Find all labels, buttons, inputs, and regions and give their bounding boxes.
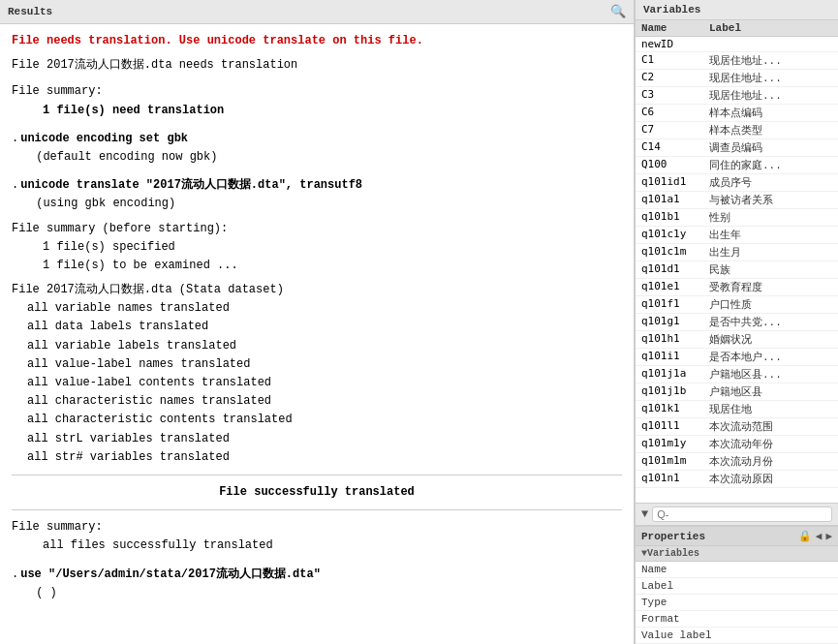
variable-row[interactable]: C14调查员编码	[636, 139, 838, 157]
variable-name: C7	[641, 123, 709, 138]
variable-row[interactable]: q101g1是否中共党...	[636, 314, 838, 331]
translated-line: all str# variables translated	[27, 448, 622, 467]
properties-section: Properties 🔒 ◀ ▶ ▼Variables NameLabelTyp…	[636, 526, 838, 644]
variables-list[interactable]: newIDC1现居住地址...C2现居住地址...C3现居住地址...C6样本点…	[636, 37, 838, 503]
variable-label: 受教育程度	[709, 280, 832, 294]
error-line: File needs translation. Use unicode tran…	[12, 32, 622, 50]
variable-label: 出生年	[709, 228, 832, 242]
variable-label: 样本点类型	[709, 123, 832, 138]
success-block: File successfully translated	[12, 483, 622, 502]
properties-rows: NameLabelTypeFormatValue label	[636, 562, 838, 644]
variable-name: q101i1	[641, 350, 709, 364]
lock-icon[interactable]: 🔒	[798, 530, 812, 542]
variable-label: 本次流动原因	[709, 472, 832, 486]
variable-row[interactable]: q101j1b户籍地区县	[636, 383, 838, 401]
variable-name: q101g1	[641, 315, 709, 329]
results-header: Results 🔍	[0, 0, 634, 24]
cmd-use: . use "/Users/admin/stata/2017流动人口数据.dta…	[12, 566, 622, 602]
results-title: Results	[8, 6, 52, 17]
properties-header: Properties 🔒 ◀ ▶	[636, 527, 838, 546]
filter-icon: ▼	[641, 507, 648, 521]
variable-name: C1	[641, 53, 709, 68]
variable-label: 调查员编码	[709, 140, 832, 155]
variable-label: 本次流动范围	[709, 419, 832, 434]
cmd-dot-2: .	[12, 176, 18, 195]
variable-row[interactable]: Q100同住的家庭...	[636, 157, 838, 174]
variable-label: 民族	[709, 262, 832, 277]
property-row: Format	[636, 611, 838, 628]
variable-row[interactable]: q101n1本次流动原因	[636, 471, 838, 488]
variable-row[interactable]: C1现居住地址...	[636, 52, 838, 70]
cmd-unicode-encoding: . unicode encoding set gbk (default enco…	[12, 130, 622, 167]
variable-name: q101m1m	[641, 454, 709, 469]
variable-label: 是否中共党...	[709, 315, 832, 329]
translated-line: all value-label contents translated	[27, 374, 622, 392]
property-name: Name	[641, 564, 719, 575]
variables-columns: Name Label	[636, 20, 838, 37]
file-summary-after: File summary: all files successfully tra…	[12, 518, 622, 555]
search-icon[interactable]: 🔍	[610, 4, 626, 19]
variable-name: C2	[641, 71, 709, 85]
variable-row[interactable]: q101d1民族	[636, 261, 838, 279]
variable-row[interactable]: q101c1y出生年	[636, 227, 838, 244]
arrow-right-icon[interactable]: ▶	[825, 530, 832, 542]
variable-label: 与被访者关系	[709, 193, 832, 207]
variable-name: C6	[641, 106, 709, 120]
variable-row[interactable]: q101k1现居住地	[636, 401, 838, 418]
variables-search-input[interactable]	[652, 506, 832, 522]
variable-row[interactable]: q101a1与被访者关系	[636, 192, 838, 209]
variable-name: q101m1y	[641, 437, 709, 451]
variable-row[interactable]: newID	[636, 37, 838, 52]
variables-search-bar: ▼	[636, 503, 838, 526]
variable-name: q101k1	[641, 402, 709, 416]
variable-row[interactable]: C7样本点类型	[636, 122, 838, 139]
variable-label: 现居住地址...	[709, 88, 832, 103]
variable-label: 成员序号	[709, 175, 832, 190]
variable-label: 现居住地	[709, 402, 832, 416]
variable-row[interactable]: C6样本点编码	[636, 105, 838, 122]
variable-row[interactable]: q101j1a户籍地区县...	[636, 366, 838, 383]
variable-row[interactable]: q101h1婚姻状况	[636, 331, 838, 349]
property-value	[719, 629, 832, 641]
variable-label: 是否本地户...	[709, 350, 832, 364]
variable-name: newID	[641, 38, 709, 50]
variable-label: 本次流动年份	[709, 437, 832, 451]
results-panel: Results 🔍 File needs translation. Use un…	[0, 0, 635, 644]
property-row: Type	[636, 595, 838, 611]
arrow-left-icon[interactable]: ◀	[816, 530, 822, 542]
variable-row[interactable]: q101i1是否本地户...	[636, 349, 838, 366]
cmd-dot-3: .	[12, 566, 18, 584]
variable-row[interactable]: q101m1m本次流动月份	[636, 453, 838, 471]
variable-row[interactable]: q101c1m出生月	[636, 244, 838, 261]
property-row: Name	[636, 562, 838, 578]
property-value	[719, 580, 832, 592]
variable-name: q101c1m	[641, 245, 709, 260]
separator-1	[12, 475, 622, 475]
variable-label	[709, 38, 832, 50]
variable-label: 户籍地区县	[709, 384, 832, 399]
file-summary-before: File summary (before starting): 1 file(s…	[12, 220, 622, 276]
variable-row[interactable]: C2现居住地址...	[636, 70, 838, 87]
variable-row[interactable]: q101m1y本次流动年份	[636, 436, 838, 453]
variable-name: q101d1	[641, 262, 709, 277]
variable-row[interactable]: q101b1性别	[636, 209, 838, 227]
translated-lines: all variable names translatedall data la…	[27, 299, 622, 467]
variable-row[interactable]: q101l1本次流动范围	[636, 418, 838, 436]
variable-row[interactable]: q101f1户口性质	[636, 296, 838, 314]
property-name: Value label	[641, 629, 719, 641]
variable-row[interactable]: C3现居住地址...	[636, 87, 838, 105]
cmd-dot-1: .	[12, 130, 18, 148]
translated-line: all data labels translated	[27, 318, 622, 336]
variable-label: 本次流动月份	[709, 454, 832, 469]
properties-icons: 🔒 ◀ ▶	[798, 530, 832, 542]
variable-label: 户口性质	[709, 297, 832, 312]
variable-label: 样本点编码	[709, 106, 832, 120]
variable-row[interactable]: q101id1成员序号	[636, 174, 838, 192]
variable-row[interactable]: q101e1受教育程度	[636, 279, 838, 296]
variable-name: q101a1	[641, 193, 709, 207]
variable-name: q101id1	[641, 175, 709, 190]
translated-line: all variable labels translated	[27, 337, 622, 355]
variable-name: q101h1	[641, 332, 709, 347]
properties-group-label: ▼Variables	[636, 546, 838, 562]
variable-name: C14	[641, 140, 709, 155]
